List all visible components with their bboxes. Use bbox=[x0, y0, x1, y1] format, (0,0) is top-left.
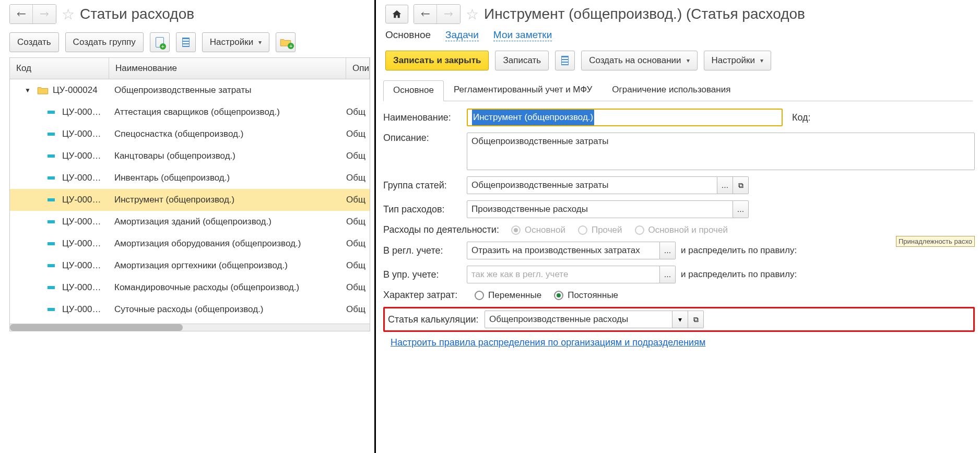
settings-button-left[interactable]: Настройки▾ bbox=[202, 32, 269, 52]
desc-label: Описание: bbox=[383, 133, 462, 144]
code-label: Код: bbox=[792, 112, 811, 123]
kalk-label: Статья калькуляции: bbox=[388, 314, 479, 325]
kalk-dropdown-button[interactable]: ▾ bbox=[672, 311, 688, 328]
save-close-button[interactable]: Записать и закрыть bbox=[385, 51, 489, 70]
nature-radio-0[interactable]: Переменные bbox=[475, 290, 541, 301]
section-notes[interactable]: Мои заметки bbox=[493, 29, 552, 41]
tab-bar: ОсновноеРегламентированный учет и МФУОгр… bbox=[383, 80, 973, 101]
home-button[interactable] bbox=[385, 5, 408, 23]
back-button-right[interactable]: 🡐 bbox=[414, 5, 437, 23]
highlight-kalk-box: Статья калькуляции: Общепроизводственные… bbox=[383, 307, 975, 332]
group-label: Группа статей: bbox=[383, 180, 462, 191]
activity-radio-0: Основной bbox=[511, 225, 565, 235]
settings-button-right[interactable]: Настройки▾ bbox=[704, 51, 771, 70]
type-input[interactable]: Производственные расходы bbox=[467, 200, 733, 218]
nav-history-group: 🡐 🡒 bbox=[9, 4, 56, 24]
regl-select-button[interactable]: … bbox=[660, 242, 676, 259]
list-view-button[interactable] bbox=[176, 32, 196, 52]
tab-2[interactable]: Ограничение использования bbox=[602, 80, 740, 101]
upr-input[interactable]: так же как в регл. учете bbox=[467, 266, 660, 283]
section-nav: Основное Задачи Мои заметки bbox=[376, 28, 980, 46]
create-on-button[interactable]: Создать на основании▾ bbox=[581, 51, 697, 70]
upr-distribute-text: и распределить по правилу: bbox=[681, 269, 797, 280]
table-row[interactable]: ЦУ-000…Амортизация зданий (общепроизвод.… bbox=[10, 211, 370, 233]
type-label: Тип расходов: bbox=[383, 204, 462, 215]
desc-textarea[interactable]: Общепроизводственные затраты bbox=[467, 133, 975, 170]
page-title-left: Статьи расходов bbox=[80, 6, 194, 22]
table-row[interactable]: ЦУ-000…Спецоснастка (общепроизвод.)Общ bbox=[10, 123, 370, 145]
table-row[interactable]: ЦУ-000…Амортизация оргтехники (общепроиз… bbox=[10, 255, 370, 277]
activity-radio-1: Прочей bbox=[578, 225, 622, 235]
table-row[interactable]: ЦУ-000…Амортизация оборудования (общепро… bbox=[10, 233, 370, 255]
table-row[interactable]: ЦУ-000…Инструмент (общепроизвод.)Общ bbox=[10, 189, 370, 211]
regl-input[interactable]: Отразить на производственных затратах bbox=[467, 242, 660, 259]
regl-distribute-text: и распределить по правилу: bbox=[681, 245, 797, 256]
table-row[interactable]: ЦУ-000…Аттестация сварщиков (общепроизво… bbox=[10, 101, 370, 123]
section-main[interactable]: Основное bbox=[385, 29, 431, 41]
forward-button-right[interactable]: 🡒 bbox=[437, 5, 460, 23]
tooltip: Принадлежность расхо bbox=[896, 236, 975, 247]
create-button[interactable]: Создать bbox=[9, 32, 59, 52]
table-row[interactable]: ЦУ-000…Суточные расходы (общепроизвод.)О… bbox=[10, 299, 370, 320]
setup-distribution-link[interactable]: Настроить правила распределения по орган… bbox=[391, 337, 705, 348]
grid-header: Код Наименование Опи bbox=[10, 58, 370, 79]
upr-select-button[interactable]: … bbox=[660, 266, 676, 283]
table-row[interactable]: ЦУ-000…Командировочные расходы (общепрои… bbox=[10, 277, 370, 299]
forward-button[interactable]: 🡒 bbox=[33, 5, 56, 23]
activity-radio-2: Основной и прочей bbox=[635, 225, 728, 235]
regl-label: В регл. учете: bbox=[383, 245, 462, 256]
folder-plus-icon bbox=[280, 38, 291, 46]
list-mode-button[interactable] bbox=[555, 51, 575, 70]
activity-radio-group: ОсновнойПрочейОсновной и прочей bbox=[511, 225, 728, 235]
open-external-icon: ⧉ bbox=[693, 315, 699, 324]
type-select-button[interactable]: … bbox=[733, 200, 749, 218]
favorite-star-icon-right[interactable]: ☆ bbox=[466, 6, 479, 23]
list-icon bbox=[561, 56, 569, 65]
create-group-button[interactable]: Создать группу bbox=[65, 32, 144, 52]
table-row[interactable]: ЦУ-000…Канцтовары (общепроизвод.)Общ bbox=[10, 145, 370, 167]
folder-action-button[interactable] bbox=[276, 32, 296, 52]
page-plus-icon bbox=[156, 37, 164, 47]
upr-label: В упр. учете: bbox=[383, 269, 462, 280]
tab-0[interactable]: Основное bbox=[383, 80, 444, 101]
open-external-icon: ⧉ bbox=[738, 181, 743, 190]
col-name[interactable]: Наименование bbox=[109, 58, 346, 79]
col-code[interactable]: Код bbox=[10, 58, 109, 79]
section-tasks[interactable]: Задачи bbox=[445, 29, 479, 41]
group-input[interactable]: Общепроизводственные затраты bbox=[467, 176, 717, 194]
kalk-input[interactable]: Общепроизводственные расходы bbox=[485, 311, 672, 328]
favorite-star-icon[interactable]: ☆ bbox=[62, 6, 75, 23]
nature-radio-1[interactable]: Постоянные bbox=[554, 290, 618, 301]
name-input[interactable]: Инструмент (общепроизвод.) bbox=[467, 109, 783, 126]
copy-button[interactable] bbox=[150, 32, 170, 52]
nature-label: Характер затрат: bbox=[383, 290, 469, 301]
save-button[interactable]: Записать bbox=[495, 51, 549, 70]
page-title-right: Инструмент (общепроизвод.) (Статья расхо… bbox=[484, 6, 805, 22]
group-open-button[interactable]: ⧉ bbox=[733, 176, 749, 194]
horizontal-scrollbar[interactable] bbox=[10, 324, 370, 331]
back-button[interactable]: 🡐 bbox=[10, 5, 33, 23]
list-icon bbox=[182, 38, 190, 47]
tab-1[interactable]: Регламентированный учет и МФУ bbox=[444, 80, 602, 101]
group-row[interactable]: ▼ ЦУ-000024Общепроизводственные затраты bbox=[10, 79, 370, 101]
group-select-button[interactable]: … bbox=[717, 176, 733, 194]
kalk-open-button[interactable]: ⧉ bbox=[688, 311, 704, 328]
col-desc[interactable]: Опи bbox=[346, 58, 370, 79]
nature-radio-group: ПеременныеПостоянные bbox=[475, 290, 618, 301]
nav-history-group-right: 🡐 🡒 bbox=[414, 4, 461, 24]
activity-label: Расходы по деятельности: bbox=[383, 224, 506, 235]
name-label: Наименование: bbox=[383, 112, 462, 123]
table-row[interactable]: ЦУ-000…Инвентарь (общепроизвод.)Общ bbox=[10, 167, 370, 189]
